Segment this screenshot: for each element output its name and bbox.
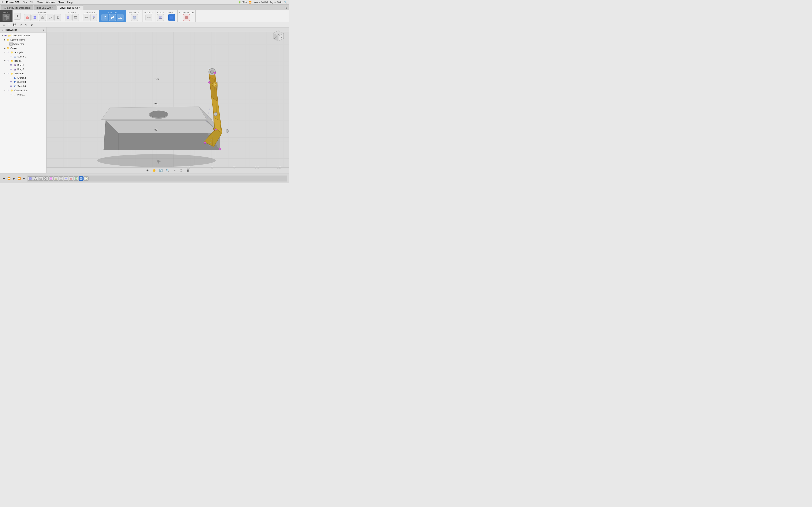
sketch-arc-btn[interactable] [101, 14, 108, 21]
vp-zoom-in-btn[interactable]: 🔍 [165, 168, 170, 173]
tab-claw-hand-close[interactable]: ✕ [79, 7, 81, 9]
sketches-folder-icon: 📁 [10, 72, 14, 75]
add-button[interactable]: + [14, 13, 21, 20]
sketch3-eye-icon: 👁 [9, 80, 13, 83]
app-name: Fusion 360 [6, 1, 19, 4]
other-btn[interactable]: ⚙ [30, 23, 34, 27]
tab-bike-seat-close[interactable]: ✕ [52, 7, 54, 9]
tree-origin[interactable]: ▶ 📁 Origin [0, 46, 46, 50]
timeline-item-10[interactable] [79, 176, 84, 181]
assemble-joint-btn[interactable] [83, 14, 90, 21]
select-window-btn[interactable] [168, 14, 175, 21]
tree-body2[interactable]: 👁 ▣ Body2 [0, 67, 46, 71]
menu-help[interactable]: Help [67, 1, 72, 4]
model-label: MODEL [3, 11, 10, 13]
save-btn[interactable]: 💾 [12, 23, 17, 27]
tree-sketch3[interactable]: 👁 ⊡ Sketch3 [0, 80, 46, 84]
model-cube-icon[interactable] [3, 14, 10, 21]
hamburger-icon[interactable]: ☰ [2, 23, 6, 27]
view-cube[interactable]: TOP LEFT FR [272, 30, 285, 42]
timeline-item-0[interactable] [28, 176, 33, 181]
vp-display-btn[interactable]: ⬚ [179, 168, 184, 173]
assemble-ground-btn[interactable] [90, 14, 97, 21]
bodies-toggle[interactable]: ▼ [3, 59, 6, 62]
named-views-toggle[interactable]: ▶ [3, 38, 6, 41]
toolbar-image-section: IMAGE [155, 10, 166, 22]
svg-rect-102 [75, 177, 77, 180]
tab-dashboard[interactable]: (1) SelfieBo't's Dashboard [1, 5, 33, 10]
vp-more-btn[interactable]: ▦ [186, 168, 191, 173]
create-cylinder-btn[interactable] [32, 14, 38, 21]
tree-units[interactable]: mm Units: mm [0, 42, 46, 46]
add-tool-btn[interactable]: + [7, 23, 11, 27]
modify-press-btn[interactable] [65, 14, 71, 21]
tree-body1[interactable]: 👁 ▣ Body1 [0, 63, 46, 67]
tree-construction[interactable]: ▼ 👁 📁 Construction [0, 88, 46, 93]
tree-section1[interactable]: 👁 ⊞ Section1 [0, 55, 46, 59]
timeline-item-5[interactable] [53, 176, 58, 181]
menu-file[interactable]: File [23, 1, 27, 4]
timeline-item-3[interactable] [43, 176, 48, 181]
image-decal-btn[interactable] [157, 14, 164, 21]
vp-orbit-btn[interactable]: 🔄 [158, 168, 163, 173]
tree-plane1[interactable]: 👁 ⬚ Plane1 [0, 93, 46, 97]
sketches-toggle[interactable]: ▼ [3, 72, 6, 75]
redo-btn[interactable]: ↪ [24, 23, 28, 27]
timeline-play-btn[interactable]: ▶ [12, 176, 16, 181]
help-button[interactable]: ? [286, 7, 287, 10]
tree-sketch4[interactable]: 👁 ⊡ Sketch4 [0, 84, 46, 88]
timeline-item-9[interactable] [74, 176, 79, 181]
search-icon[interactable]: 🔍 [284, 1, 287, 4]
sketch-line-btn[interactable] [109, 14, 116, 21]
timeline-item-6[interactable] [59, 176, 63, 181]
vp-zoom-out-btn[interactable]: ⊖ [172, 168, 177, 173]
svg-rect-103 [80, 177, 82, 180]
timeline-item-7[interactable] [64, 176, 68, 181]
bodies-folder-icon: 📁 [10, 59, 14, 62]
named-views-label: Named Views [10, 39, 25, 41]
menu-share[interactable]: Share [57, 1, 64, 4]
menu-view[interactable]: View [37, 1, 43, 4]
svg-rect-40 [185, 16, 188, 19]
construct-plane-btn[interactable] [131, 14, 138, 21]
tab-claw-hand[interactable]: Claw Hand TS v2 ✕ [57, 5, 83, 10]
timeline-start-btn[interactable]: ⏮ [2, 176, 6, 181]
root-toggle[interactable]: ▼ [1, 34, 4, 37]
origin-toggle[interactable]: ▶ [3, 47, 6, 50]
create-extrude-btn[interactable] [39, 14, 46, 21]
stop-sketch-btn[interactable] [183, 14, 190, 21]
analysis-toggle[interactable]: ▼ [3, 51, 6, 54]
inspect-measure-btn[interactable] [146, 14, 152, 21]
apple-menu[interactable]:  [2, 1, 3, 4]
timeline-item-4[interactable] [48, 176, 53, 181]
construction-toggle[interactable]: ▼ [3, 89, 6, 92]
tree-bodies[interactable]: ▼ 👁 📁 Bodies [0, 59, 46, 63]
menu-window[interactable]: Window [46, 1, 55, 4]
tree-sketch2[interactable]: 👁 ⊡ Sketch2 [0, 76, 46, 80]
timeline-prev-btn[interactable]: ⏪ [7, 176, 11, 181]
tree-sketches[interactable]: ▼ 👁 📁 Sketches [0, 71, 46, 76]
sketch-dimension-btn[interactable]: D [117, 14, 123, 21]
timeline-end-btn[interactable]: ⏭ [22, 176, 26, 181]
tree-named-views[interactable]: ▶ 📁 Named Views [0, 38, 46, 42]
undo-btn[interactable]: ↩ [19, 23, 22, 27]
viewport[interactable]: 100 75 50 25 50 75 100 125 TOP LEFT FR [47, 27, 289, 173]
tree-root[interactable]: ▼ 👁 📁 Claw Hand TS v2 [0, 34, 46, 38]
timeline-item-2[interactable] [38, 176, 43, 181]
create-box-btn[interactable] [24, 14, 31, 21]
tree-analysis[interactable]: ▼ 👁 📁 Analysis [0, 50, 46, 55]
tab-bike-seat[interactable]: Bike Seat v20 ✕ [34, 5, 56, 10]
vp-pan-btn[interactable]: ✋ [152, 168, 157, 173]
menu-edit[interactable]: Edit [30, 1, 34, 4]
timeline-item-1[interactable] [33, 176, 38, 181]
timeline-next-btn[interactable]: ⏩ [17, 176, 21, 181]
vp-origin-btn[interactable]: ⊕ [145, 168, 150, 173]
timeline-item-11[interactable] [84, 176, 89, 181]
modify-shell-btn[interactable] [72, 14, 79, 21]
timeline-item-8[interactable] [69, 176, 73, 181]
collapse-icon[interactable]: ◀ [2, 29, 3, 31]
create-revolve-btn[interactable] [47, 14, 53, 21]
browser-title: BROWSER [5, 29, 41, 31]
create-more-btn[interactable]: Σ [54, 14, 61, 21]
browser-settings-icon[interactable]: ⚙ [42, 29, 45, 32]
